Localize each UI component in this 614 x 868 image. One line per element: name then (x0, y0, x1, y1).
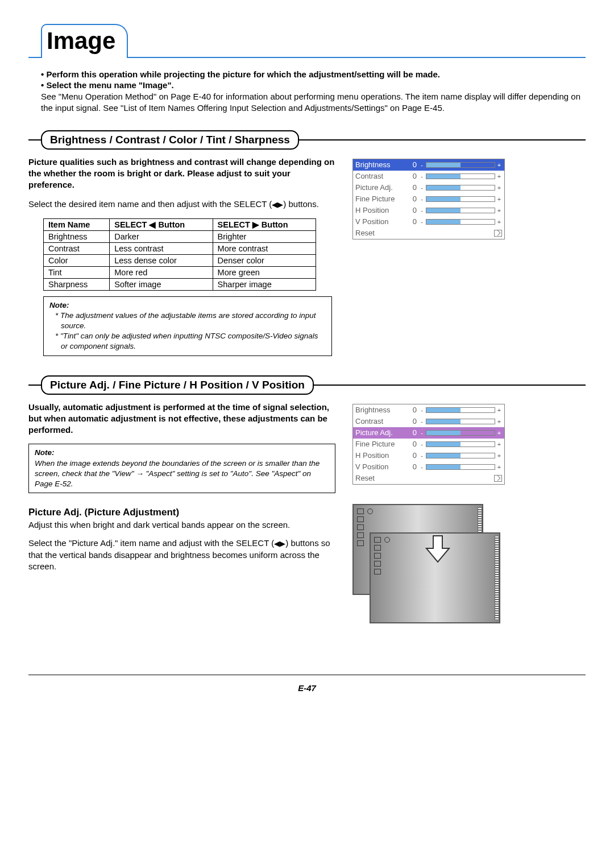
intro-plain: See "Menu Operation Method" on Page E-40… (41, 91, 586, 114)
osd-row: Picture Adj.0-+ (353, 182, 504, 193)
title-bar: Image (28, 23, 586, 58)
osd-row: Picture Adj.0-+ (353, 427, 504, 439)
osd-row: H Position0-+ (353, 205, 504, 216)
left-right-arrow-icon: ◀▶ (272, 200, 283, 209)
picture-adj-p1: Adjust this when bright and dark vertica… (28, 519, 335, 531)
instr-text-a: Select the desired item name and then ad… (28, 199, 272, 209)
section2-lead: Usually, automatic adjustment is perform… (28, 402, 335, 436)
osd-menu-1: Brightness0-+ Contrast0-+ Picture Adj.0-… (352, 159, 505, 239)
adjustment-table: Item Name SELECT ◀ Button SELECT ▶ Butto… (43, 218, 316, 291)
picture-adj-subtitle: Picture Adj. (Picture Adjustment) (28, 507, 335, 518)
th-select-right: SELECT ▶ Button (213, 218, 316, 230)
note-title: Note: (35, 448, 329, 458)
osd-reset-row: Reset (353, 473, 504, 484)
section1-lead: Picture qualities such as brightness and… (28, 156, 335, 191)
osd-row: Contrast0-+ (353, 416, 504, 427)
instr-text-b: ) buttons. (283, 199, 319, 209)
note-line-1: * The adjustment values of the adjustabl… (55, 311, 326, 331)
footer-rule (28, 675, 586, 675)
page-number: E-47 (28, 683, 586, 693)
osd-row: V Position0-+ (353, 461, 504, 473)
p2-text-a: Select the "Picture Adj." item name and … (28, 538, 274, 548)
intro-bullet-1: Perform this operation while projecting … (41, 69, 586, 79)
osd-row: H Position0-+ (353, 450, 504, 461)
table-row: SharpnessSofter imageSharper image (44, 278, 316, 290)
page-title: Image (41, 24, 128, 58)
osd-row: Fine Picture0-+ (353, 439, 504, 450)
th-item-name: Item Name (44, 218, 110, 230)
note-line: When the image extends beyond the bounda… (35, 458, 329, 490)
osd-row: Brightness0-+ (353, 404, 504, 416)
diagram-band-icon (495, 536, 499, 620)
section1-note-box: Note: * The adjustment values of the adj… (43, 296, 332, 356)
down-arrow-icon (425, 535, 450, 565)
table-row: ContrastLess contrastMore contrast (44, 242, 316, 254)
intro-bullet-2: Select the menu name "Image". (41, 80, 586, 90)
note-title: Note: (49, 300, 326, 311)
table-row: BrightnessDarkerBrighter (44, 230, 316, 242)
diagram-side-icons (357, 509, 364, 546)
osd-row: Contrast0-+ (353, 171, 504, 182)
section1-heading: Brightness / Contrast / Color / Tint / S… (41, 130, 299, 150)
diagram-side-icons (374, 537, 381, 574)
th-select-left: SELECT ◀ Button (110, 218, 213, 230)
picture-adj-p2: Select the "Picture Adj." item name and … (28, 538, 335, 572)
table-row: ColorLess dense colorDenser color (44, 254, 316, 266)
circle-icon (367, 509, 373, 514)
diagram-front-screen (370, 532, 500, 623)
section1-instr: Select the desired item name and then ad… (28, 199, 335, 210)
osd-reset-row: Reset (353, 228, 504, 239)
enter-icon (494, 475, 502, 482)
osd-row: Brightness0-+ (353, 159, 504, 171)
enter-icon (494, 230, 502, 237)
osd-row: Fine Picture0-+ (353, 193, 504, 205)
circle-icon (384, 537, 390, 543)
intro-block: Perform this operation while projecting … (31, 69, 586, 114)
table-row: TintMore redMore green (44, 266, 316, 278)
section2-note-box: Note: When the image extends beyond the … (28, 444, 335, 493)
osd-reset-label: Reset (355, 474, 375, 482)
osd-reset-label: Reset (355, 229, 375, 237)
left-right-arrow-icon: ◀▶ (274, 539, 285, 548)
section1-rule: Brightness / Contrast / Color / Tint / S… (28, 130, 586, 150)
section2-heading: Picture Adj. / Fine Picture / H Position… (41, 375, 314, 395)
section2-rule: Picture Adj. / Fine Picture / H Position… (28, 375, 586, 395)
picture-adj-diagram (352, 504, 506, 635)
note-line-2: * "Tint" can only be adjusted when input… (55, 331, 326, 352)
osd-menu-2: Brightness0-+ Contrast0-+ Picture Adj.0-… (352, 404, 505, 485)
osd-row: V Position0-+ (353, 216, 504, 228)
